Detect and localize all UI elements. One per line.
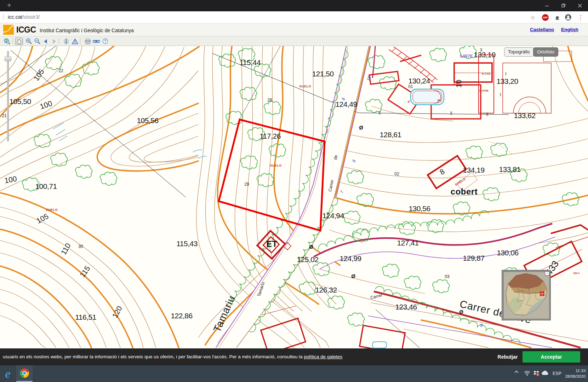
toolbar-separator xyxy=(13,38,13,44)
cookie-policy-link[interactable]: política de galetes xyxy=(304,354,342,359)
map-canvas[interactable]: 105,50105,56100,71116,51122,86115,43115,… xyxy=(0,46,588,348)
icgc-acronym: ICGC xyxy=(16,25,36,35)
overview-map[interactable]: − xyxy=(502,270,551,320)
clock-time: 11:33 xyxy=(564,368,586,374)
icgc-logo xyxy=(3,25,14,35)
pan-hand-icon[interactable] xyxy=(15,37,23,45)
profile-avatar-icon[interactable] xyxy=(564,13,572,21)
previous-view-icon[interactable] xyxy=(42,37,50,45)
map-drawing xyxy=(0,46,588,348)
bookmark-star-icon[interactable]: ☆ xyxy=(529,13,537,21)
layer-button-topografic[interactable]: Topogràfic xyxy=(504,47,534,57)
toolbar-separator xyxy=(59,38,59,44)
window-minimize-icon[interactable] xyxy=(539,0,555,11)
zoom-out-icon[interactable] xyxy=(33,37,41,45)
layer-button-ortofoto[interactable]: Ortofoto xyxy=(533,47,558,57)
clock-date: 28/08/2020 xyxy=(564,374,586,379)
new-tab-icon[interactable]: + xyxy=(7,1,11,10)
tray-chevron-icon[interactable] xyxy=(514,370,519,376)
svg-text:?: ? xyxy=(104,39,106,43)
window-close-icon[interactable] xyxy=(572,0,588,11)
onedrive-cloud-icon[interactable] xyxy=(542,370,549,377)
zoom-in-icon[interactable] xyxy=(25,37,33,45)
overview-minimize-icon[interactable]: − xyxy=(545,271,549,276)
map-toolbar: ? xyxy=(0,36,588,46)
overview-marker xyxy=(540,292,544,296)
zoom-slider-thumb[interactable] xyxy=(5,57,11,61)
browser-menu-icon[interactable]: ⋮ xyxy=(577,13,584,21)
share-link-icon[interactable] xyxy=(92,37,100,45)
zoom-slider[interactable] xyxy=(4,49,11,144)
windows-taskbar: e ESP 11:33 28/08/2020 xyxy=(0,365,588,382)
print-icon[interactable] xyxy=(84,37,92,45)
zoom-extent-icon[interactable] xyxy=(3,37,11,45)
internet-explorer-icon[interactable]: e xyxy=(1,367,15,381)
url-input[interactable]: icc.cat/vissir3/ xyxy=(8,14,40,20)
address-divider: | xyxy=(3,14,4,20)
cookie-reject-button[interactable]: Rebutjar xyxy=(494,351,521,363)
cookie-accept-button[interactable]: Acceptar xyxy=(523,351,580,363)
toolbar-separator xyxy=(80,38,80,44)
dropbox-sync-icon[interactable] xyxy=(533,370,540,378)
chrome-taskbar-icon[interactable] xyxy=(16,365,33,382)
zoom-slider-track[interactable] xyxy=(7,51,9,141)
extensions-puzzle-icon[interactable] xyxy=(554,13,561,21)
cookie-banner: usuaris en els nostres webs, per millora… xyxy=(0,348,588,365)
chrome-logo-icon xyxy=(20,369,29,378)
tree-symbols xyxy=(22,46,579,326)
address-bar: | icc.cat/vissir3/ ☆ ABP ⋮ xyxy=(0,11,588,23)
taskbar-clock[interactable]: 11:33 28/08/2020 xyxy=(564,368,586,379)
info-icon[interactable] xyxy=(62,37,70,45)
window-restore-icon[interactable] xyxy=(555,0,572,11)
language-indicator[interactable]: ESP xyxy=(553,371,561,376)
help-icon[interactable]: ? xyxy=(101,37,109,45)
wifi-icon[interactable] xyxy=(524,370,530,377)
browser-titlebar: + xyxy=(0,0,588,11)
show-desktop-strip[interactable] xyxy=(586,367,587,380)
next-view-icon[interactable] xyxy=(50,37,58,45)
icgc-full-name: Institut Cartogràfic i Geològic de Catal… xyxy=(40,28,134,33)
adblock-extension-icon[interactable]: ABP xyxy=(542,14,549,21)
warning-icon[interactable] xyxy=(71,37,79,45)
icgc-header: ICGC Institut Cartogràfic i Geològic de … xyxy=(0,23,588,36)
lang-link-english[interactable]: English xyxy=(561,27,578,32)
lang-link-castellano[interactable]: Castellano xyxy=(530,27,554,32)
cookie-message: usuaris en els nostres webs, per millora… xyxy=(3,354,342,359)
